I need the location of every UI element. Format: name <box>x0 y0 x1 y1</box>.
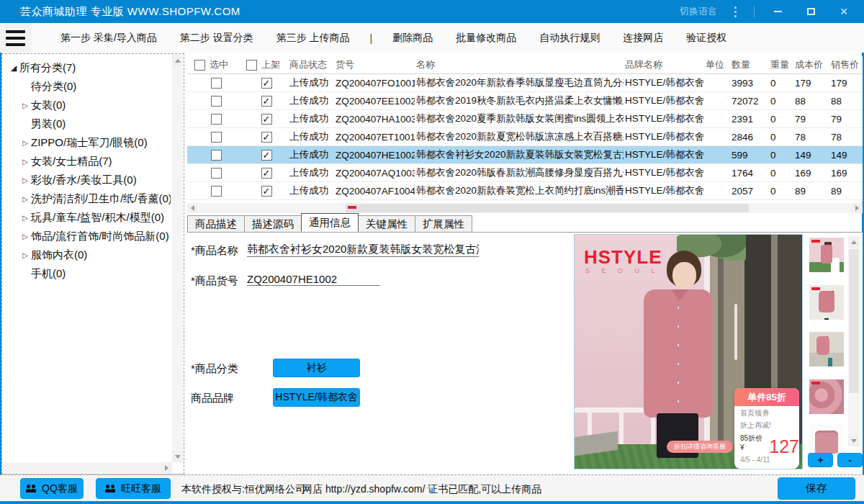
tree-collapsed-icon[interactable]: ▷ <box>19 233 31 240</box>
tree-item[interactable]: ▷饰品/流行首饰/时尚饰品新(0) <box>4 227 171 246</box>
add-image-button[interactable]: + <box>808 453 833 467</box>
cell-sku: ZQ200407HA1003 <box>334 114 415 125</box>
scroll-down-icon[interactable] <box>172 451 183 462</box>
cell-qty: 2057 <box>730 186 769 197</box>
toolbar-item-0[interactable]: 第一步 采集/导入商品 <box>49 32 168 45</box>
scroll-down-icon[interactable] <box>848 435 860 446</box>
row-select-checkbox[interactable] <box>211 132 222 143</box>
category-picker-button[interactable]: 衬衫 <box>273 359 360 377</box>
tab-商品描述[interactable]: 商品描述 <box>187 215 245 232</box>
scroll-left-icon[interactable] <box>187 203 198 213</box>
tree-item[interactable]: ◢所有分类(7) <box>4 58 171 77</box>
scroll-up-icon[interactable] <box>848 236 860 248</box>
remove-image-button[interactable]: - <box>837 453 863 467</box>
toolbar-separator: | <box>361 32 382 44</box>
toolbar-item-7[interactable]: 连接网店 <box>611 32 675 45</box>
save-button[interactable]: 保存 <box>778 477 855 500</box>
product-row[interactable]: 上传成功ZQ200407AF1004韩都衣舍2020新款春装宽松上衣简约打底in… <box>187 182 863 200</box>
product-row[interactable]: 上传成功ZQ200407AQ1003韩都衣舍2020韩版春新款潮高腰修身显瘦百搭… <box>187 164 863 182</box>
tree-item[interactable]: ▷服饰内衣(0) <box>4 246 171 264</box>
product-row[interactable]: 上传成功ZQ200407HE1002韩都衣舍衬衫女2020新款夏装韩版女装宽松复… <box>187 146 863 164</box>
brand-picker-button[interactable]: HSTYLE/韩都衣舍 <box>273 388 360 407</box>
row-select-checkbox[interactable] <box>211 96 222 107</box>
more-options-icon[interactable] <box>730 5 741 19</box>
toolbar-item-4[interactable]: 删除商品 <box>381 32 444 45</box>
toolbar-item-5[interactable]: 批量修改商品 <box>444 32 528 45</box>
row-shelf-checkbox[interactable] <box>261 150 272 161</box>
product-thumbnail-1[interactable] <box>809 238 844 272</box>
cell-qty: 3993 <box>730 78 769 89</box>
product-thumbnail-4[interactable] <box>809 379 844 414</box>
tree-item[interactable]: ▷女装/女士精品(7) <box>4 152 171 171</box>
people-icon <box>105 485 117 493</box>
select-all-checkbox[interactable] <box>194 60 205 71</box>
toolbar-item-1[interactable]: 第二步 设置分类 <box>168 32 265 45</box>
product-name-input[interactable]: 韩都衣舍衬衫女2020新款夏装韩版女装宽松复古港味 <box>247 243 479 257</box>
row-shelf-checkbox[interactable] <box>261 114 272 125</box>
product-thumbnail-2[interactable] <box>809 285 844 320</box>
product-thumbnail-3[interactable] <box>809 332 844 366</box>
row-shelf-checkbox[interactable] <box>261 186 272 197</box>
tree-collapsed-icon[interactable]: ▷ <box>19 139 31 147</box>
tree-collapsed-icon[interactable]: ▷ <box>19 102 31 109</box>
tab-通用信息[interactable]: 通用信息 <box>301 213 359 232</box>
tree-vertical-scrollbar[interactable] <box>172 55 183 462</box>
cell-price: 78 <box>829 132 863 143</box>
table-horizontal-scrollbar[interactable] <box>187 203 863 213</box>
tree-item[interactable]: ▷ZIPPO/瑞士军刀/眼镜(0) <box>4 133 171 152</box>
toolbar-item-6[interactable]: 自动执行规则 <box>528 32 611 45</box>
product-row[interactable]: 上传成功ZQ200407EE1002韩都衣舍2019秋冬新款毛衣内搭温柔上衣女慵… <box>187 92 863 110</box>
scroll-right-icon[interactable] <box>852 203 863 213</box>
row-select-checkbox[interactable] <box>211 168 222 179</box>
row-shelf-checkbox[interactable] <box>261 132 272 143</box>
row-shelf-checkbox[interactable] <box>261 96 272 107</box>
tab-描述源码[interactable]: 描述源码 <box>244 215 302 232</box>
tree-item[interactable]: ▷彩妆/香水/美妆工具(0) <box>4 171 171 189</box>
row-shelf-checkbox[interactable] <box>261 78 272 89</box>
tree-item[interactable]: 待分类(0) <box>4 77 171 96</box>
product-sku-input[interactable]: ZQ200407HE1002 <box>247 273 380 286</box>
row-select-checkbox[interactable] <box>211 78 222 89</box>
tree-collapsed-icon[interactable]: ▷ <box>19 176 31 184</box>
scrollbar-thumb[interactable] <box>346 204 749 212</box>
category-tree-panel: ◢所有分类(7)待分类(0)▷女装(0)男装(0)▷ZIPPO/瑞士军刀/眼镜(… <box>1 53 184 474</box>
tree-item[interactable]: 男装(0) <box>4 114 171 133</box>
qq-support-button[interactable]: QQ客服 <box>20 478 84 499</box>
tree-collapsed-icon[interactable]: ▷ <box>19 214 31 222</box>
toolbar-item-2[interactable]: 第三步 上传商品 <box>265 32 361 45</box>
tree-item[interactable]: ▷玩具/童车/益智/积木/模型(0) <box>4 208 171 227</box>
tree-expanded-icon[interactable]: ◢ <box>8 63 19 73</box>
tree-item[interactable]: ▷女装(0) <box>4 96 171 114</box>
maximize-button[interactable] <box>801 4 821 19</box>
row-select-checkbox[interactable] <box>211 150 222 161</box>
tree-collapsed-icon[interactable]: ▷ <box>19 158 31 166</box>
scroll-right-icon[interactable] <box>161 462 172 473</box>
tab-扩展属性[interactable]: 扩展属性 <box>415 215 472 232</box>
minimize-button[interactable] <box>768 4 788 19</box>
scrollbar-thumb[interactable] <box>849 249 859 393</box>
tree-collapsed-icon[interactable]: ▷ <box>19 251 31 259</box>
product-row[interactable]: 上传成功ZQ200407ET1001韩都衣舍2020新款夏宽松韩版凉凉感上衣百搭… <box>187 128 863 146</box>
product-row[interactable]: 上传成功ZQ200407FO1001韩都衣舍2020年新款春季韩版显瘦毛边直筒九… <box>187 74 863 92</box>
tree-horizontal-scrollbar[interactable] <box>3 462 172 473</box>
thumbnail-scrollbar[interactable] <box>848 236 860 446</box>
language-switch-button[interactable]: 切换语言 <box>680 5 717 18</box>
row-select-checkbox[interactable] <box>211 186 222 197</box>
toolbar-item-8[interactable]: 验证授权 <box>675 32 738 45</box>
tree-collapsed-icon[interactable]: ▷ <box>19 195 31 203</box>
row-shelf-checkbox[interactable] <box>261 168 272 179</box>
tree-item[interactable]: 手机(0) <box>4 264 171 283</box>
wangwang-support-button[interactable]: 旺旺客服 <box>96 478 171 499</box>
shelf-all-checkbox[interactable] <box>246 60 257 71</box>
product-thumbnail-5[interactable] <box>809 425 844 454</box>
close-button[interactable]: × <box>834 4 854 19</box>
hamburger-menu-icon[interactable] <box>0 23 32 53</box>
tree-item-label: 彩妆/香水/美妆工具(0) <box>31 174 137 187</box>
tab-关键属性[interactable]: 关键属性 <box>358 215 415 232</box>
product-row[interactable]: 上传成功ZQ200407HA1003韩都衣舍2020夏季新款韩版女装闺蜜ins圆… <box>187 110 863 128</box>
tree-item-label: 女装/女士精品(7) <box>31 155 112 168</box>
tree-item[interactable]: ▷洗护清洁剂/卫生巾/纸/香薰(0) <box>4 189 171 208</box>
hstyle-logo: HSTYLE <box>584 246 662 269</box>
row-select-checkbox[interactable] <box>211 114 222 125</box>
scroll-up-icon[interactable] <box>172 55 183 66</box>
